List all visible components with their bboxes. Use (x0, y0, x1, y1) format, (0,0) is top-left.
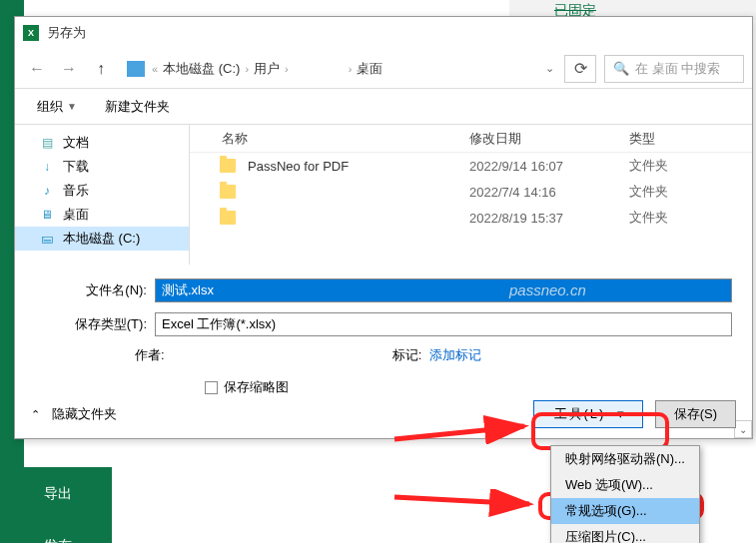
sidebar-item-drive[interactable]: 🖴本地磁盘 (C:) (15, 227, 189, 251)
menu-map-drive[interactable]: 映射网络驱动器(N)... (551, 446, 699, 472)
tools-dropdown: 映射网络驱动器(N)... Web 选项(W)... 常规选项(G)... 压缩… (550, 445, 700, 543)
author-value[interactable] (173, 346, 213, 364)
refresh-button[interactable]: ⟳ (564, 55, 596, 83)
up-button[interactable]: ↑ (87, 55, 115, 83)
author-label: 作者: (135, 346, 165, 364)
music-icon: ♪ (39, 183, 55, 199)
menu-compress-pics[interactable]: 压缩图片(C)... (551, 524, 699, 543)
sidebar: ▤文档 ↓下载 ♪音乐 🖥桌面 🖴本地磁盘 (C:) ⌄ (15, 125, 190, 265)
thumbnail-checkbox[interactable]: 保存缩略图 (205, 378, 289, 396)
drive-icon (127, 61, 145, 77)
crumb-users[interactable]: 用户 (254, 60, 280, 78)
add-tags-link[interactable]: 添加标记 (429, 346, 481, 364)
file-list: 名称 修改日期 类型 PassNeo for PDF 2022/9/14 16:… (190, 125, 752, 265)
crumb-drive[interactable]: 本地磁盘 (C:) (163, 60, 240, 78)
folder-icon (220, 185, 236, 199)
annotation-arrow (389, 489, 544, 519)
breadcrumb[interactable]: « 本地磁盘 (C:) › 用户 › › 桌面 ⌄ (127, 60, 560, 78)
search-icon: 🔍 (613, 61, 629, 76)
dialog-title: 另存为 (47, 24, 86, 42)
download-icon: ↓ (39, 159, 55, 175)
col-name[interactable]: 名称 (190, 130, 469, 148)
new-folder-button[interactable]: 新建文件夹 (95, 94, 180, 120)
svg-line-1 (394, 497, 529, 504)
sidebar-item-desktop[interactable]: 🖥桌面 (15, 203, 189, 227)
folder-icon (220, 211, 236, 225)
table-row[interactable]: PassNeo for PDF 2022/9/14 16:07 文件夹 (190, 153, 752, 179)
table-row[interactable]: 2022/8/19 15:37 文件夹 (190, 205, 752, 231)
tools-button[interactable]: 工具(L) ▾ (533, 400, 643, 428)
excel-icon: X (23, 25, 39, 41)
backstage-publish[interactable]: 发布 (24, 519, 112, 543)
filetype-label: 保存类型(T): (35, 315, 155, 333)
chevron-down-icon[interactable]: ⌄ (545, 62, 554, 75)
filetype-select[interactable] (155, 312, 732, 336)
save-as-dialog: X 另存为 ← → ↑ « 本地磁盘 (C:) › 用户 › › 桌面 ⌄ ⟳ … (14, 16, 753, 439)
table-row[interactable]: 2022/7/4 14:16 文件夹 (190, 179, 752, 205)
col-type[interactable]: 类型 (629, 130, 752, 148)
filename-input[interactable] (155, 278, 732, 302)
sidebar-item-downloads[interactable]: ↓下载 (15, 155, 189, 179)
tags-label: 标记: (392, 346, 422, 364)
menu-general-options[interactable]: 常规选项(G)... (551, 498, 699, 524)
sidebar-item-music[interactable]: ♪音乐 (15, 179, 189, 203)
sidebar-item-documents[interactable]: ▤文档 (15, 131, 189, 155)
save-button[interactable]: 保存(S) (655, 400, 736, 428)
col-date[interactable]: 修改日期 (469, 130, 629, 148)
organize-button[interactable]: 组织▼ (27, 94, 87, 120)
desktop-icon: 🖥 (39, 207, 55, 223)
chevron-icon: ⌃ (31, 408, 40, 421)
forward-button[interactable]: → (55, 55, 83, 83)
back-button[interactable]: ← (23, 55, 51, 83)
hide-folders-link[interactable]: 隐藏文件夹 (52, 405, 117, 423)
filename-label: 文件名(N): (35, 281, 155, 299)
crumb-desktop[interactable]: 桌面 (357, 60, 382, 78)
menu-web-options[interactable]: Web 选项(W)... (551, 472, 699, 498)
document-icon: ▤ (39, 135, 55, 151)
folder-icon (220, 159, 236, 173)
search-input[interactable]: 🔍 在 桌面 中搜索 (604, 55, 744, 83)
drive-icon: 🖴 (39, 231, 55, 247)
